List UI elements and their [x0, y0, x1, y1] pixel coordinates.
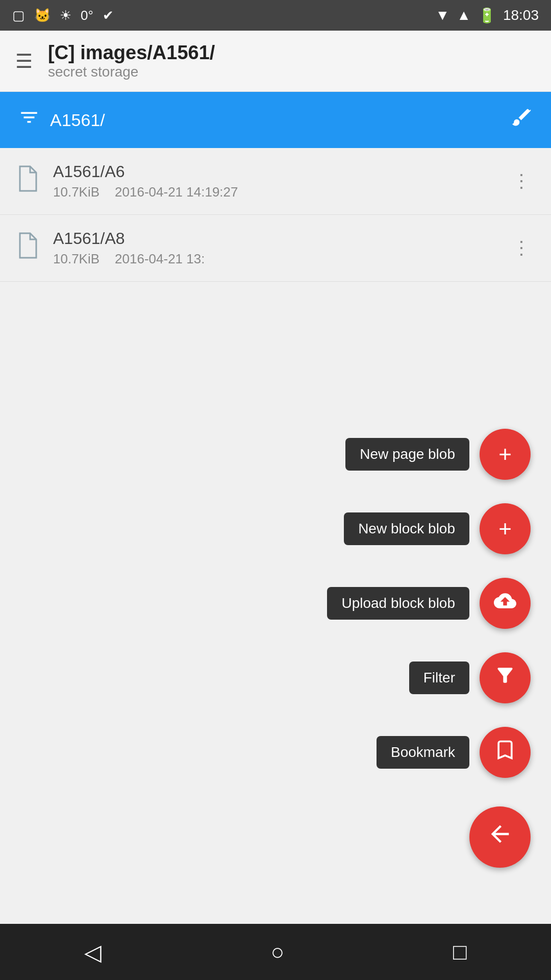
app-bar-titles: [C] images/A1561/ secret storage	[48, 42, 215, 80]
file-size-1: 10.7KiB	[53, 184, 99, 200]
check-icon: ✔	[103, 8, 114, 23]
file-name-1: A1561/A6	[53, 162, 495, 181]
fab-btn-new-block-blob[interactable]: +	[480, 503, 531, 554]
filter-path-text: A1561/	[50, 110, 105, 130]
fab-label-upload-block-blob[interactable]: Upload block blob	[327, 587, 469, 620]
temperature-text: 0°	[81, 8, 93, 23]
screen-icon: ▢	[12, 8, 25, 23]
fab-btn-upload-block-blob[interactable]	[480, 578, 531, 629]
file-more-menu-2[interactable]: ⋮	[507, 232, 536, 264]
bookmark-icon	[494, 739, 516, 766]
file-meta-2: 10.7KiB 2016-04-21 13:	[53, 251, 495, 267]
fab-item-new-page-blob[interactable]: New page blob +	[345, 429, 531, 480]
battery-icon: 🔋	[478, 7, 496, 24]
fab-item-upload-block-blob[interactable]: Upload block blob	[327, 578, 531, 629]
status-bar: ▢ 🐱 ☀ 0° ✔ ▼ ▲ 🔋 18:03	[0, 0, 551, 31]
fab-item-new-block-blob[interactable]: New block blob +	[344, 503, 531, 554]
upload-icon	[494, 590, 516, 617]
fab-btn-main[interactable]	[469, 806, 531, 868]
file-icon-2	[15, 231, 41, 265]
status-left-icons: ▢ 🐱 ☀ 0° ✔	[12, 8, 114, 23]
nav-back-icon[interactable]: ◁	[76, 931, 110, 973]
file-info-2: A1561/A8 10.7KiB 2016-04-21 13:	[53, 229, 495, 267]
file-size-2: 10.7KiB	[53, 251, 99, 267]
file-date-1: 2016-04-21 14:19:27	[115, 184, 238, 200]
filter-icon	[494, 664, 516, 692]
fab-label-new-page-blob[interactable]: New page blob	[345, 438, 469, 471]
nav-recents-icon[interactable]: □	[445, 931, 475, 973]
file-icon-1	[15, 164, 41, 199]
nav-home-icon[interactable]: ○	[262, 931, 292, 973]
nav-bar: ◁ ○ □	[0, 924, 551, 980]
fab-label-bookmark[interactable]: Bookmark	[377, 736, 469, 769]
fab-item-bookmark[interactable]: Bookmark	[377, 727, 531, 778]
fab-btn-new-page-blob[interactable]: +	[480, 429, 531, 480]
app-bar: ☰ [C] images/A1561/ secret storage	[0, 31, 551, 92]
filter-bar: A1561/	[0, 92, 551, 148]
status-right-icons: ▼ ▲ 🔋 18:03	[435, 7, 539, 24]
plus-icon-2: +	[498, 516, 512, 542]
fab-item-filter[interactable]: Filter	[409, 652, 531, 703]
plus-icon-1: +	[498, 442, 512, 467]
app-bar-title: [C] images/A1561/	[48, 42, 215, 64]
sun-icon: ☀	[60, 8, 71, 23]
file-meta-1: 10.7KiB 2016-04-21 14:19:27	[53, 184, 495, 200]
signal-icon: ▲	[457, 7, 471, 23]
fab-btn-bookmark[interactable]	[480, 727, 531, 778]
filter-bar-left: A1561/	[18, 107, 105, 133]
wifi-icon: ▼	[435, 7, 449, 23]
file-date-2: 2016-04-21 13:	[115, 251, 205, 267]
fab-btn-filter[interactable]	[480, 652, 531, 703]
file-more-menu-1[interactable]: ⋮	[507, 165, 536, 197]
clock: 18:03	[503, 7, 539, 23]
file-list: A1561/A6 10.7KiB 2016-04-21 14:19:27 ⋮ A…	[0, 148, 551, 924]
back-arrow-icon	[487, 821, 513, 853]
fab-label-filter[interactable]: Filter	[409, 662, 469, 694]
hamburger-menu-icon[interactable]: ☰	[15, 50, 33, 72]
file-item-1[interactable]: A1561/A6 10.7KiB 2016-04-21 14:19:27 ⋮	[0, 148, 551, 215]
filter-brush-icon[interactable]	[510, 106, 533, 134]
fab-label-new-block-blob[interactable]: New block blob	[344, 512, 469, 545]
file-item-2[interactable]: A1561/A8 10.7KiB 2016-04-21 13: ⋮	[0, 215, 551, 282]
fab-speed-dial: New page blob + New block blob + Upload …	[327, 429, 531, 868]
filter-funnel-icon	[18, 107, 40, 133]
cat-icon: 🐱	[34, 8, 51, 23]
file-name-2: A1561/A8	[53, 229, 495, 248]
app-bar-subtitle: secret storage	[48, 64, 215, 80]
fab-item-main[interactable]	[469, 806, 531, 868]
file-info-1: A1561/A6 10.7KiB 2016-04-21 14:19:27	[53, 162, 495, 200]
